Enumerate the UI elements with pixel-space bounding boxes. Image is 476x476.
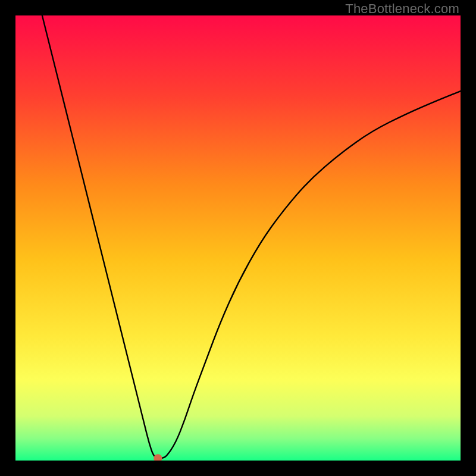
chart-frame: [15, 15, 461, 461]
chart-svg: [15, 15, 461, 461]
watermark-text: TheBottleneck.com: [345, 1, 459, 17]
gradient-background: [15, 15, 461, 461]
